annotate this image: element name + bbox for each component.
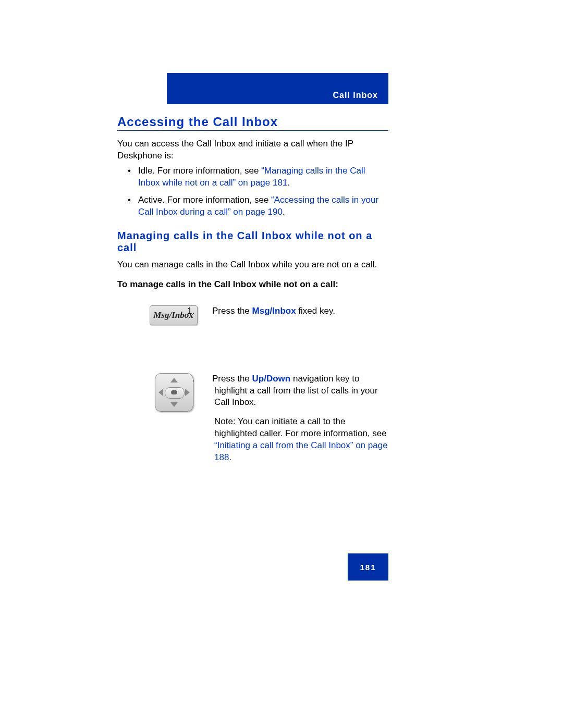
- bullet-item: Active. For more information, see “Acces…: [138, 194, 388, 218]
- content-area: Accessing the Call Inbox You can access …: [117, 115, 388, 482]
- procedure-lead: To manage calls in the Call Inbox while …: [117, 279, 388, 290]
- step-text: 2.Press the Up/Down navigation key to hi…: [201, 373, 388, 472]
- step-number: 1.: [201, 305, 212, 317]
- header-banner: Call Inbox: [167, 73, 388, 104]
- step-text: 1.Press the Msg/Inbox fixed key.: [201, 305, 388, 325]
- bullet-tail: .: [283, 207, 285, 217]
- keyword: Up/Down: [252, 374, 291, 384]
- note-pre: Note: You can initiate a call to the hig…: [214, 416, 387, 438]
- note-post: .: [229, 452, 231, 462]
- step-text-pre: Press the: [212, 374, 252, 384]
- subsection-intro: You can manage calls in the Call Inbox w…: [117, 259, 388, 271]
- page-number: 181: [360, 563, 376, 572]
- page-number-box: 181: [348, 553, 388, 581]
- bullet-item: Idle. For more information, see “Managin…: [138, 165, 388, 189]
- bullet-lead: Idle. For more information, see: [138, 166, 261, 176]
- cross-reference-link[interactable]: “Initiating a call from the Call Inbox” …: [214, 440, 388, 462]
- procedure-steps: Msg/Inbox 1.Press the Msg/Inbox fixed ke…: [117, 305, 388, 472]
- step-note: Note: You can initiate a call to the hig…: [201, 416, 388, 464]
- step-row: Msg/Inbox 1.Press the Msg/Inbox fixed ke…: [117, 305, 388, 337]
- step-icon-column: [117, 373, 201, 411]
- page-title: Accessing the Call Inbox: [117, 115, 388, 131]
- step-text-pre: Press the: [212, 306, 252, 316]
- intro-paragraph: You can access the Call Inbox and initia…: [117, 138, 388, 162]
- bullet-tail: .: [287, 178, 290, 188]
- document-page: Call Inbox Accessing the Call Inbox You …: [0, 0, 563, 728]
- subsection-title: Managing calls in the Call Inbox while n…: [117, 230, 388, 254]
- navigation-pad-icon: [155, 373, 192, 411]
- header-section-label: Call Inbox: [333, 91, 378, 100]
- keyword: Msg/Inbox: [252, 306, 296, 316]
- step-text-post: fixed key.: [296, 306, 335, 316]
- step-row: 2.Press the Up/Down navigation key to hi…: [117, 373, 388, 472]
- bullet-lead: Active. For more information, see: [138, 195, 271, 205]
- intro-bullet-list: Idle. For more information, see “Managin…: [117, 165, 388, 218]
- step-number: 2.: [201, 373, 212, 385]
